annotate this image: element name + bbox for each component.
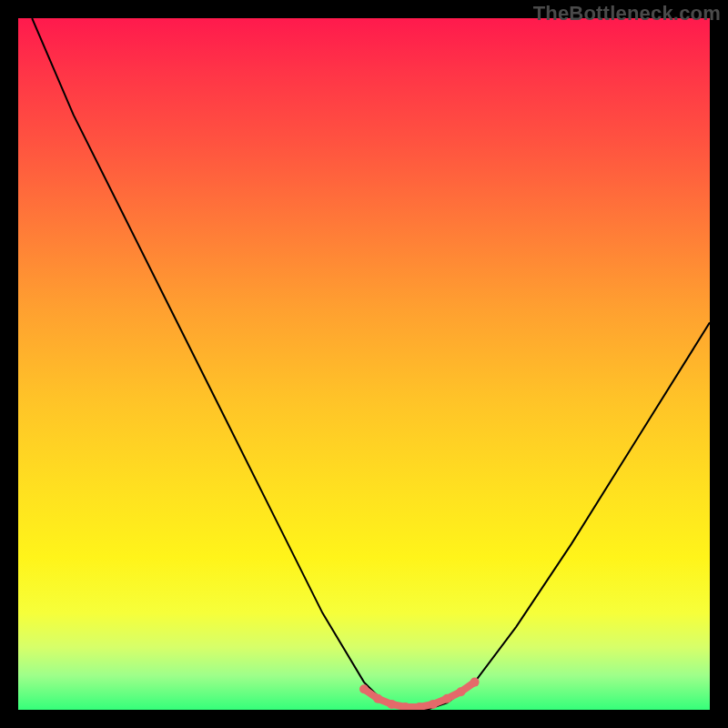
chart-frame: TheBottleneck.com [0, 0, 728, 728]
highlight-dot [387, 700, 396, 709]
highlight-dot [373, 694, 382, 703]
highlight-dot [442, 694, 451, 703]
highlight-dot [456, 687, 465, 696]
main-curve [32, 18, 710, 710]
plot-area [18, 18, 710, 710]
highlight-dot [470, 678, 480, 687]
highlight-dot [359, 684, 369, 693]
chart-svg [18, 18, 710, 710]
highlight-group [359, 678, 480, 710]
watermark-text: TheBottleneck.com [533, 2, 721, 25]
highlight-dot [429, 700, 438, 709]
